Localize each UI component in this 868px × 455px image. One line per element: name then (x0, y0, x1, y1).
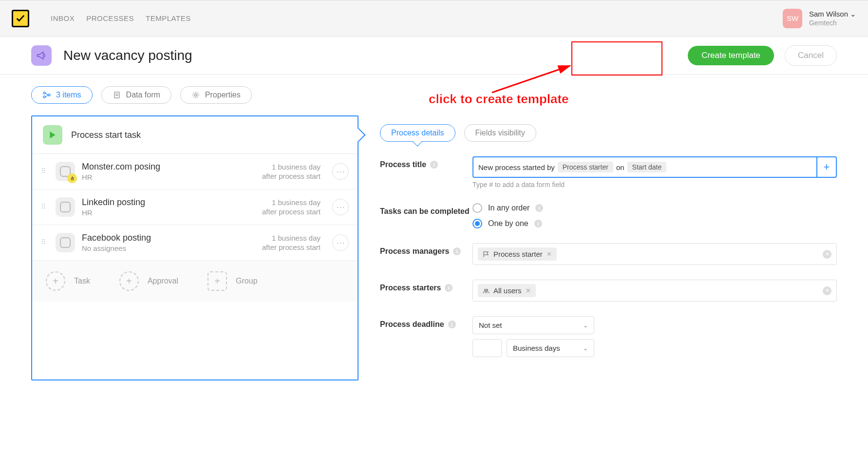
avatar[interactable]: SW (783, 9, 802, 28)
managers-input[interactable]: Process starter✕ ✕ (472, 243, 837, 265)
starter-tag[interactable]: All users✕ (478, 284, 536, 297)
task-checkbox[interactable] (56, 197, 75, 217)
titlebar: New vacancy posting Create template Canc… (0, 37, 868, 75)
remove-tag-icon[interactable]: ✕ (526, 287, 531, 294)
task-title: Linkedin posting (82, 197, 255, 208)
play-icon (43, 125, 62, 145)
drag-handle-icon[interactable]: ⠿ (41, 205, 49, 209)
chevron-down-icon: ⌄ (583, 322, 588, 329)
template-icon (31, 45, 52, 66)
task-list: Process start task ⠿ ⋔ Monster.com posin… (31, 115, 359, 380)
radio-one-by-one[interactable]: One by onei (472, 219, 837, 228)
deadline-select-value: Not set (479, 321, 502, 329)
svg-point-8 (484, 289, 486, 291)
create-template-button[interactable]: Create template (688, 46, 774, 65)
manager-tag[interactable]: Process starter✕ (478, 247, 557, 261)
info-icon[interactable]: i (534, 220, 542, 228)
task-assignee: No assignees (82, 244, 255, 252)
tab-fields-visibility[interactable]: Fields visibility (464, 124, 536, 142)
add-group-label: Group (236, 277, 257, 285)
starters-label: Process starters (380, 284, 441, 292)
task-due: 1 business dayafter process start (262, 233, 321, 252)
check-icon (15, 13, 26, 24)
radio-one-label: One by one (488, 219, 528, 228)
info-icon[interactable]: i (535, 204, 543, 212)
user-menu[interactable]: Sam Wilson⌄ Gemtech (809, 9, 856, 28)
details-panel: Process details Fields visibility Proces… (359, 115, 837, 380)
task-checkbox[interactable]: ⋔ (56, 162, 75, 181)
svg-point-7 (194, 94, 197, 96)
megaphone-icon (36, 50, 47, 61)
starters-input[interactable]: All users✕ ✕ (472, 280, 837, 302)
nav-inbox[interactable]: INBOX (51, 14, 75, 22)
info-icon[interactable]: i (453, 247, 461, 255)
svg-point-9 (486, 289, 488, 291)
svg-point-3 (48, 94, 50, 96)
tab-properties[interactable]: Properties (180, 86, 252, 104)
deadline-select[interactable]: Not set⌄ (472, 316, 594, 334)
deadline-label: Process deadline (380, 320, 444, 329)
info-icon[interactable]: i (430, 161, 438, 169)
clear-starters-button[interactable]: ✕ (823, 286, 831, 295)
title-variable-starter[interactable]: Process starter (558, 162, 613, 172)
add-task-label: Task (74, 277, 90, 285)
user-name-label: Sam Wilson (809, 9, 848, 19)
radio-any-order[interactable]: In any orderi (472, 203, 837, 213)
svg-point-1 (43, 92, 45, 94)
task-more-button[interactable]: ⋯ (332, 163, 349, 180)
add-approval-button[interactable]: +Approval (119, 271, 178, 291)
title-text-mid: on (616, 163, 624, 171)
deadline-unit-select[interactable]: Business days⌄ (507, 339, 594, 357)
nav-templates[interactable]: TEMPLATES (146, 14, 191, 22)
starter-tag-label: All users (493, 286, 522, 295)
add-group-button[interactable]: +Group (208, 271, 257, 291)
manager-tag-label: Process starter (493, 250, 543, 258)
radio-icon (472, 219, 482, 228)
flag-icon (483, 251, 490, 258)
info-icon[interactable]: i (448, 321, 456, 328)
remove-tag-icon[interactable]: ✕ (547, 250, 552, 258)
nav-processes[interactable]: PROCESSES (86, 14, 134, 22)
clear-managers-button[interactable]: ✕ (823, 250, 831, 259)
tab-items-label: 3 items (56, 91, 81, 99)
tab-properties-label: Properties (205, 91, 241, 99)
cancel-button[interactable]: Cancel (785, 45, 837, 66)
deadline-unit-value: Business days (513, 344, 560, 352)
add-variable-button[interactable]: + (816, 157, 836, 177)
task-row[interactable]: ⠿ Facebook postingNo assignees 1 busines… (32, 225, 358, 261)
tab-items[interactable]: 3 items (31, 86, 93, 104)
annotation-text: click to create template (429, 92, 569, 107)
workflow-icon (42, 91, 51, 99)
tab-dataform-label: Data form (126, 91, 160, 99)
task-row[interactable]: ⠿ Linkedin postingHR 1 business dayafter… (32, 190, 358, 225)
start-task-row[interactable]: Process start task (32, 116, 358, 154)
topbar: INBOX PROCESSES TEMPLATES SW Sam Wilson⌄… (0, 0, 868, 37)
tab-process-details[interactable]: Process details (380, 124, 455, 142)
svg-rect-4 (114, 92, 119, 98)
complete-order-label: Tasks can be completed (380, 207, 470, 216)
app-logo[interactable] (12, 10, 29, 27)
process-title-input[interactable]: New process started by Process starter o… (472, 156, 837, 178)
plus-icon: + (119, 271, 139, 291)
tab-dataform[interactable]: Data form (101, 86, 171, 104)
deadline-number-input[interactable] (472, 339, 502, 357)
users-icon (483, 287, 490, 294)
drag-handle-icon[interactable]: ⠿ (41, 240, 49, 245)
task-title: Facebook posting (82, 233, 255, 243)
task-due: 1 business dayafter process start (262, 198, 321, 217)
add-task-button[interactable]: +Task (46, 271, 90, 291)
clipboard-icon (113, 91, 121, 99)
drag-handle-icon[interactable]: ⠿ (41, 169, 49, 174)
page-title: New vacancy posting (63, 48, 192, 63)
info-icon[interactable]: i (445, 284, 453, 292)
svg-point-2 (43, 96, 45, 98)
title-variable-date[interactable]: Start date (627, 162, 667, 172)
task-more-button[interactable]: ⋯ (332, 199, 349, 215)
chevron-down-icon: ⌄ (850, 9, 856, 19)
task-checkbox[interactable] (56, 233, 75, 252)
task-more-button[interactable]: ⋯ (332, 234, 349, 251)
add-row: +Task +Approval +Group (32, 261, 358, 302)
plus-icon: + (208, 271, 227, 291)
task-row[interactable]: ⠿ ⋔ Monster.com posingHR 1 business daya… (32, 154, 358, 190)
managers-label: Process managers (380, 247, 449, 256)
